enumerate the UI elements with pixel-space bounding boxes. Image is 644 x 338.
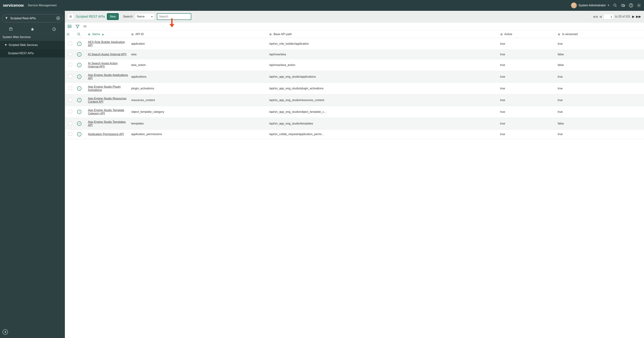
row-versioned: true [556,38,644,50]
page-input[interactable] [604,14,614,19]
row-name-link[interactable]: App Engine Studio Templates API [88,120,126,127]
collapse-sidebar-button[interactable] [2,329,8,335]
column-versioned-label: Is versioned [562,32,578,36]
prev-page-button[interactable]: ◀ [599,14,602,18]
info-icon[interactable]: i [77,98,82,102]
sidebar: System Web Services Scripted Web Service… [0,11,65,338]
column-header-versioned[interactable]: Is versioned [556,31,644,38]
row-name-link[interactable]: App Engine Studio Applications API [88,74,128,80]
info-icon[interactable]: i [77,74,82,79]
hamburger-icon [500,33,503,36]
new-button[interactable]: New [107,14,118,20]
row-name-link[interactable]: AES Role Builder Application API [88,40,125,47]
info-icon[interactable]: i [77,110,82,114]
clear-filter-icon[interactable] [56,16,61,21]
info-icon[interactable]: i [77,122,82,126]
row-name-link[interactable]: App Engine Studio Template Category API [88,109,124,115]
search-field-value: Name [137,15,145,18]
svg-rect-10 [10,28,12,30]
column-header-base-path[interactable]: Base API path [268,31,499,38]
row-checkbox[interactable] [68,110,72,113]
last-page-button[interactable]: ▶▶ [636,14,642,18]
row-checkbox[interactable] [68,122,72,125]
logo-dot: . [24,3,24,8]
row-checkbox[interactable] [68,52,72,56]
column-personalize[interactable] [65,31,76,38]
svg-point-19 [70,26,70,26]
info-icon[interactable]: i [77,52,82,56]
row-active: true [499,59,556,71]
main-content: Scripted REST APIs New Search Name ◀◀ ◀ … [65,11,644,338]
info-icon[interactable]: i [77,86,82,91]
sidebar-tab-all[interactable] [0,25,22,33]
breadcrumb-all[interactable]: All [83,25,86,28]
row-active: true [499,83,556,94]
search-field-select[interactable]: Name [135,13,155,20]
row-checkbox[interactable] [68,86,72,90]
row-checkbox[interactable] [68,63,72,66]
row-checkbox[interactable] [68,74,72,78]
sidebar-group-scripted-web-services[interactable]: Scripted Web Services [0,41,65,49]
activity-stream-icon[interactable] [68,24,72,29]
sidebar-item-scripted-rest-apis[interactable]: Scripted REST APIs [0,49,65,58]
filter-navigator-wrap [0,11,65,25]
svg-point-0 [614,4,616,6]
list-toolbar: Scripted REST APIs New Search Name ◀◀ ◀ … [65,11,644,22]
row-name-link[interactable]: App Engine Studio Resources Content API [88,97,126,103]
svg-point-21 [78,33,80,35]
funnel-icon [5,16,8,20]
row-api-id: object_template_category [130,106,268,118]
search-icon[interactable] [613,3,617,8]
next-page-button[interactable]: ▶ [632,14,635,18]
row-name-link[interactable]: AI Search Assist Action (Internal API) [88,62,118,68]
sidebar-section-title[interactable]: System Web Services [0,33,65,41]
table-scroll[interactable]: Name API ID [65,31,644,338]
filter-icon[interactable] [75,24,80,29]
table-row: i App Engine Studio Resources Content AP… [65,94,644,106]
filter-navigator-input[interactable] [10,16,56,20]
sidebar-group-label: Scripted Web Services [9,44,38,47]
filter-navigator[interactable] [2,14,63,22]
list-menu-button[interactable] [68,13,74,20]
column-header-active[interactable]: Active [499,31,556,38]
row-api-id: plugin_activations [130,83,268,94]
logo[interactable]: servicenow. [3,3,24,8]
column-api-id-label: API ID [136,32,144,36]
row-name-link[interactable]: AI Search Assist (Internal API) [88,53,126,56]
row-versioned: true [556,106,644,118]
user-name-label: System Administrator [578,4,606,7]
row-checkbox[interactable] [68,132,72,136]
app-title: Service Management [28,4,57,7]
row-checkbox[interactable] [68,98,72,102]
row-name-link[interactable]: App Engine Studio Plugin Activations [88,85,120,92]
toolbar-title: Scripted REST APIs [76,15,105,18]
column-search-toggle[interactable] [76,31,86,38]
svg-point-18 [69,26,70,26]
info-icon[interactable]: i [77,63,82,67]
svg-point-20 [68,34,69,35]
info-icon[interactable]: i [77,132,82,136]
row-base-path: /api/sn_app_eng_studio/object_template_c… [268,106,499,118]
column-header-name[interactable]: Name [86,31,130,38]
caret-down-icon [608,5,610,6]
user-menu[interactable]: System Administrator [571,2,610,8]
chat-icon[interactable] [621,3,625,8]
row-base-path: /api/sn_role_builder/application [268,38,499,50]
chevron-left-icon [4,331,6,333]
row-versioned: true [556,130,644,139]
gear-icon[interactable] [637,3,641,8]
row-api-id: application [130,38,268,50]
row-base-path: /api/sn_app_eng_studio/applications [268,71,499,83]
first-page-button[interactable]: ◀◀ [592,14,598,18]
info-icon[interactable]: i [77,42,82,46]
sidebar-tab-history[interactable] [43,25,65,33]
row-checkbox[interactable] [68,42,72,45]
sidebar-tab-favorites[interactable] [22,25,43,33]
help-icon[interactable] [629,3,633,8]
pager: ◀◀ ◀ to 20 of 101 ▶ ▶▶ [592,14,642,19]
header-icons [613,3,641,8]
column-header-api-id[interactable]: API ID [130,31,268,38]
row-api-id: templates [130,118,268,130]
row-base-path: /api/sn_app_eng_studio/plugin_activation… [268,83,499,94]
row-name-link[interactable]: Application Permissions API [88,132,124,136]
